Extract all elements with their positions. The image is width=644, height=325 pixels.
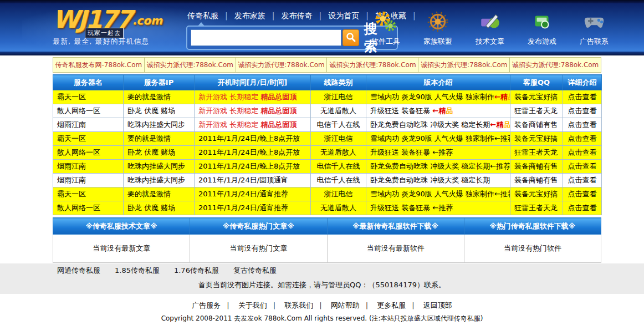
promo-link[interactable]: 诚招实力派代理:788ok.Com bbox=[510, 58, 601, 73]
open-time: 2011年/1月/24日/晚上8点开放 bbox=[195, 146, 311, 160]
pen-article-icon bbox=[478, 10, 502, 33]
server-name: 散人网络一区 bbox=[53, 201, 124, 215]
search-input[interactable] bbox=[191, 29, 341, 46]
server-ip: 吃珠内挂盛大同步 bbox=[124, 160, 195, 174]
table-row: 霸天一区 要的就是激情 2011年/1月/24日/晚上8点开放 浙江电信 雪域内… bbox=[53, 132, 602, 146]
tag-links: 网通传奇私服 1.85传奇私服 1.76传奇私服 复古传奇私服 bbox=[53, 266, 601, 276]
line-type: 电信千人在线 bbox=[311, 160, 366, 174]
open-time: 2011年/1月/24日/通宵推荐 bbox=[195, 201, 311, 215]
detail-link[interactable]: 点击查看 bbox=[563, 90, 602, 104]
service-qq: 装备元宝好搞 bbox=[510, 132, 563, 146]
server-name: 散人网络一区 bbox=[53, 104, 124, 118]
detail-link[interactable]: 点击查看 bbox=[563, 118, 602, 132]
footer-link-ad-service[interactable]: 广告服务 bbox=[192, 301, 235, 309]
service-qq: 装备商铺有售 bbox=[510, 118, 563, 132]
section-title-hot-articles: ※传奇私服热门文章※ bbox=[190, 218, 327, 235]
footer-link-site-help[interactable]: 网站帮助 bbox=[331, 301, 374, 309]
open-time: 新开游戏 长期稳定 精品总固顶 bbox=[195, 104, 311, 118]
quick-icons: 软件工具 家族联盟 技术文章 bbox=[367, 10, 613, 47]
col-header-version: 版本介绍 bbox=[366, 75, 510, 90]
col-header-detail: 详细介绍 bbox=[563, 75, 602, 90]
server-ip: 要的就是激情 bbox=[124, 132, 195, 146]
detail-link[interactable]: 点击查看 bbox=[563, 104, 602, 118]
nav-publish-legend[interactable]: 发布传奇 bbox=[281, 11, 328, 21]
nav-publish-clan[interactable]: 发布家族 bbox=[234, 11, 282, 21]
sections-content-row: 当前没有最新文章 当前没有热门文章 当前没有最新软件 当前没有热门软件 bbox=[53, 235, 601, 263]
table-row: 烟雨江南 吃珠内挂盛大同步 2011年/1月/24日/晚上8点开放 电信千人在线… bbox=[53, 160, 602, 174]
quick-link-publish-games[interactable]: 发布游戏 bbox=[523, 10, 561, 47]
service-qq: 装备元宝好搞 bbox=[510, 187, 563, 201]
quick-link-tech-articles[interactable]: 技术文章 bbox=[471, 10, 509, 47]
service-qq: 装备商铺有售 bbox=[510, 160, 563, 174]
col-header-server-ip: 服务器IP bbox=[124, 75, 195, 90]
detail-link[interactable]: 点击查看 bbox=[563, 160, 602, 174]
col-header-open-time: 开机时间[月/日/时间] bbox=[195, 75, 311, 90]
gamepad-icon bbox=[582, 10, 606, 33]
table-row: 霸天一区 要的就是激情 新开游戏 长期稳定 精品总固顶 浙江电信 雪域内功 炎龙… bbox=[53, 90, 602, 104]
footer-link-more-servers[interactable]: 更多私服 bbox=[377, 301, 420, 309]
service-qq: 装备商铺有售 bbox=[510, 174, 563, 187]
sections-table: ※传奇私服技术文章※ ※传奇私服热门文章※ ※最新传奇私服软件下载※ ※热门传奇… bbox=[53, 217, 601, 263]
open-time: 新开游戏 长期稳定 精品总固顶 bbox=[195, 90, 311, 104]
quick-link-label: 软件工具 bbox=[371, 37, 400, 47]
line-type: 浙江电信 bbox=[311, 187, 366, 201]
tag-link-fugu[interactable]: 复古传奇私服 bbox=[233, 266, 277, 276]
table-row: 烟雨江南 吃珠内挂盛大同步 2011年/1月/24日/固顶通宵 电信千人在线 卧… bbox=[53, 174, 602, 187]
open-time: 2011年/1月/24日/晚上8点开放 bbox=[195, 132, 311, 146]
service-qq: 狂雷王者天龙 bbox=[510, 104, 563, 118]
version-intro: 卧龙免费自动吃珠 冲级大奖 稳定长期 bbox=[366, 174, 510, 187]
server-name: 烟雨江南 bbox=[53, 160, 124, 174]
quick-link-ad-contact[interactable]: 广告联系 bbox=[575, 10, 613, 47]
server-ip: 卧龙 伏魔 赌场 bbox=[124, 146, 195, 160]
promo-links-row: 传奇私服发布网-788ok.Com 诚招实力派代理:788ok.Com 诚招实力… bbox=[53, 57, 601, 73]
quick-link-clan-alliance[interactable]: 家族联盟 bbox=[419, 10, 457, 47]
logo-com: .com bbox=[132, 14, 162, 27]
section-title-tech-articles: ※传奇私服技术文章※ bbox=[53, 218, 190, 235]
admin-notice: 首页当前没有图片连接。如需连接，请与管理员QQ：（550184179）联系。 bbox=[0, 280, 644, 290]
logo-badge: 玩家一起去 bbox=[85, 28, 124, 38]
search-bar: 搜索 bbox=[186, 26, 398, 50]
detail-link[interactable]: 点击查看 bbox=[563, 187, 602, 201]
open-time: 新开游戏 长期稳定 精品总固顶 bbox=[195, 118, 311, 132]
promo-link[interactable]: 诚招实力派代理:788ok.Com bbox=[144, 58, 236, 73]
table-row: 散人网络一区 卧龙 伏魔 赌场 2011年/1月/24日/晚上8点开放 无道盾散… bbox=[53, 146, 602, 160]
page: WJ177.com 玩家一起去 最新, 最全, 最好的开机信息 传奇私服 发布家… bbox=[0, 0, 644, 325]
server-name: 烟雨江南 bbox=[53, 118, 124, 132]
detail-link[interactable]: 点击查看 bbox=[563, 174, 602, 187]
quick-link-label: 广告联系 bbox=[580, 37, 609, 47]
version-intro: 升级狂送 装备狂暴 ←推荐 bbox=[366, 201, 510, 215]
server-ip: 吃珠内挂盛大同步 bbox=[124, 118, 195, 132]
site-logo[interactable]: WJ177.com 玩家一起去 最新, 最全, 最好的开机信息 bbox=[53, 7, 186, 51]
version-intro: 卧龙免费自动吃珠 冲级大奖 稳定长期←推荐 bbox=[366, 160, 510, 174]
search-button[interactable] bbox=[343, 29, 359, 46]
version-intro: 雪域内功 炎龙90版 人气火爆 独家制作←精品 bbox=[366, 90, 510, 104]
server-name: 霸天一区 bbox=[53, 132, 124, 146]
sections-header-row: ※传奇私服技术文章※ ※传奇私服热门文章※ ※最新传奇私服软件下载※ ※热门传奇… bbox=[53, 218, 601, 235]
server-ip: 卧龙 伏魔 赌场 bbox=[124, 104, 195, 118]
section-title-new-software: ※最新传奇私服软件下载※ bbox=[327, 218, 464, 235]
footer-link-about-us[interactable]: 关于我们 bbox=[238, 301, 282, 309]
footer-link-back-to-top[interactable]: 返回顶部 bbox=[423, 301, 452, 309]
tag-link-176[interactable]: 1.76传奇私服 bbox=[174, 266, 219, 276]
detail-link[interactable]: 点击查看 bbox=[563, 201, 602, 215]
promo-link[interactable]: 诚招实力派代理:788ok.Com bbox=[327, 58, 418, 73]
table-row: 霸天一区 要的就是激情 2011年/1月/24日/通宵推荐 浙江电信 雪域内功 … bbox=[53, 187, 602, 201]
promo-link[interactable]: 诚招实力派代理:788ok.Com bbox=[236, 58, 327, 73]
section-empty-message: 当前没有热门文章 bbox=[190, 235, 327, 263]
footer-link-contact-us[interactable]: 联系我们 bbox=[284, 301, 328, 309]
detail-link[interactable]: 点击查看 bbox=[563, 132, 602, 146]
service-qq: 装备元宝好搞 bbox=[510, 90, 563, 104]
detail-link[interactable]: 点击查看 bbox=[563, 146, 602, 160]
nav-legend-private-server[interactable]: 传奇私服 bbox=[187, 11, 234, 21]
line-type: 电信千人在线 bbox=[311, 174, 366, 187]
tag-link-185[interactable]: 1.85传奇私服 bbox=[115, 266, 160, 276]
quick-link-software-tools[interactable]: 软件工具 bbox=[367, 10, 405, 47]
search-notch bbox=[197, 22, 205, 27]
tag-link-wangtong[interactable]: 网通传奇私服 bbox=[57, 266, 100, 276]
version-intro: 升级狂送 装备狂暴 ←推荐 bbox=[366, 146, 510, 160]
promo-link[interactable]: 诚招实力派代理:788ok.Com bbox=[418, 58, 510, 73]
magnifier-icon bbox=[345, 32, 356, 44]
copyright: Copyright 2008-2011 去发发ok 788ok.Com All … bbox=[0, 314, 644, 323]
promo-link[interactable]: 传奇私服发布网-788ok.Com bbox=[53, 58, 145, 73]
line-type: 电信千人在线 bbox=[311, 118, 366, 132]
